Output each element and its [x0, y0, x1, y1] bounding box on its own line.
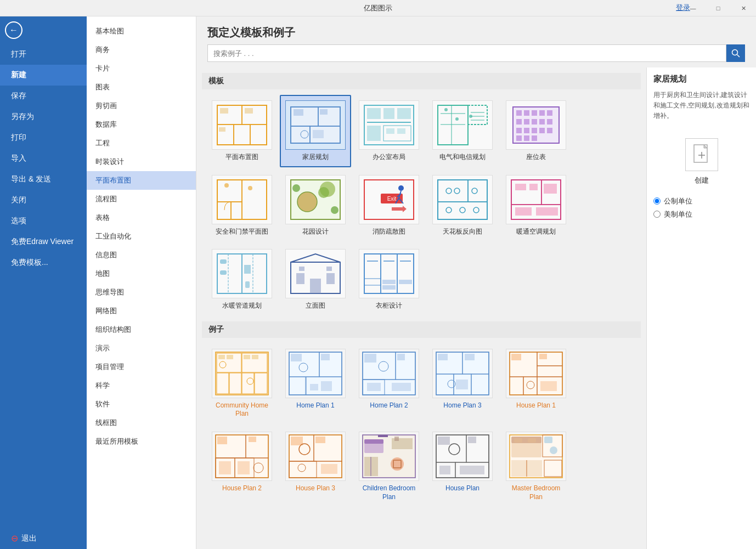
nav-item-chart[interactable]: 图表 — [87, 78, 196, 97]
nav-item-business[interactable]: 商务 — [87, 41, 196, 59]
svg-rect-57 — [524, 135, 529, 141]
sidebar-item-close[interactable]: 关闭 — [0, 190, 87, 211]
template-thumb-fire: Exit — [359, 175, 419, 224]
content-scroll[interactable]: 模板 — [196, 67, 646, 549]
svg-rect-105 — [220, 259, 227, 264]
nav-item-software[interactable]: 软件 — [87, 395, 196, 414]
template-hvac[interactable]: 暖通空调规划 — [500, 169, 572, 242]
example-house-plan-1[interactable]: House Plan 1 — [500, 343, 572, 424]
svg-point-65 — [248, 186, 252, 190]
sidebar-item-options[interactable]: 选项 — [0, 211, 87, 231]
example-home-plan-1[interactable]: Home Plan 1 — [280, 343, 351, 424]
svg-rect-160 — [392, 383, 411, 391]
unit-metric-radio[interactable] — [653, 197, 661, 205]
svg-rect-92 — [511, 180, 541, 205]
sidebar-item-print[interactable]: 打印 — [0, 127, 87, 148]
svg-rect-23 — [397, 108, 411, 119]
example-house-plan[interactable]: House Plan — [427, 426, 498, 507]
example-home-plan-2[interactable]: Home Plan 2 — [353, 343, 425, 424]
svg-rect-61 — [242, 180, 267, 219]
unit-metric[interactable]: 公制单位 — [653, 196, 749, 206]
svg-rect-146 — [291, 354, 302, 361]
search-button[interactable] — [726, 44, 745, 62]
svg-rect-178 — [511, 354, 521, 360]
sidebar-item-free-templates[interactable]: 免费模板... — [0, 252, 87, 273]
sidebar-item-export[interactable]: 导出 & 发送 — [0, 169, 87, 190]
nav-item-flowchart[interactable]: 流程图 — [87, 190, 196, 208]
example-label-community-home: Community Home Plan — [212, 401, 272, 418]
nav-item-recent[interactable]: 最近所用模板 — [87, 432, 196, 451]
template-security[interactable]: 安全和门禁平面图 — [206, 169, 278, 242]
example-house-plan-3[interactable]: House Plan 3 — [280, 426, 351, 507]
exit-label: 退出 — [21, 534, 37, 544]
unit-imperial[interactable]: 美制单位 — [653, 210, 749, 219]
nav-item-floor-plan[interactable]: 平面布置图 — [87, 171, 196, 190]
nav-item-clipart[interactable]: 剪切画 — [87, 97, 196, 115]
sidebar-item-open[interactable]: 打开 — [0, 44, 87, 65]
template-thumb-elevation — [285, 249, 346, 298]
template-plumbing[interactable]: 水暖管道规划 — [206, 244, 278, 316]
nav-item-presentation[interactable]: 演示 — [87, 339, 196, 358]
nav-item-basic-drawing[interactable]: 基本绘图 — [87, 22, 196, 41]
sidebar-item-saveas[interactable]: 另存为 — [0, 106, 87, 127]
template-thumb-office — [359, 100, 419, 150]
template-home-plan[interactable]: 家居规划 — [280, 95, 351, 167]
nav-item-table[interactable]: 表格 — [87, 208, 196, 227]
sidebar-exit[interactable]: ⊖ 退出 — [0, 528, 87, 549]
sidebar-item-new[interactable]: 新建 — [0, 65, 87, 86]
template-ceiling[interactable]: 天花板反向图 — [427, 169, 498, 242]
sidebar-item-viewer[interactable]: 免费Edraw Viewer — [0, 231, 87, 252]
house-plan-1-svg — [509, 351, 563, 396]
svg-rect-227 — [528, 438, 536, 443]
sidebar-item-save[interactable]: 保存 — [0, 86, 87, 106]
house-plan-svg — [435, 434, 490, 479]
svg-rect-98 — [515, 207, 532, 216]
close-button[interactable]: ✕ — [731, 0, 756, 16]
nav-item-science[interactable]: 科学 — [87, 376, 196, 395]
nav-item-project[interactable]: 项目管理 — [87, 358, 196, 376]
nav-item-industrial[interactable]: 工业自动化 — [87, 227, 196, 246]
sidebar-item-import[interactable]: 导入 — [0, 148, 87, 169]
nav-item-engineering[interactable]: 工程 — [87, 134, 196, 152]
create-button[interactable] — [685, 138, 718, 171]
nav-item-infographic[interactable]: 信息图 — [87, 246, 196, 264]
nav-item-fashion[interactable]: 时装设计 — [87, 152, 196, 171]
nav-item-database[interactable]: 数据库 — [87, 115, 196, 134]
unit-imperial-radio[interactable] — [653, 211, 661, 218]
svg-point-230 — [550, 446, 557, 454]
svg-rect-206 — [364, 439, 383, 444]
template-seating[interactable]: 座位表 — [500, 95, 572, 167]
template-elevation[interactable]: 立面图 — [280, 244, 351, 316]
nav-item-wireframe[interactable]: 线框图 — [87, 414, 196, 432]
template-garden[interactable]: 花园设计 — [280, 169, 351, 242]
template-electrical[interactable]: 电气和电信规划 — [427, 95, 498, 167]
template-floor-plan[interactable]: 平面布置图 — [206, 95, 278, 167]
template-fire[interactable]: Exit — [353, 169, 425, 242]
example-thumb-children-bedroom — [359, 432, 419, 481]
svg-rect-136 — [227, 355, 233, 359]
example-label-home-plan-2: Home Plan 2 — [370, 401, 408, 410]
template-thumb-hvac — [506, 175, 566, 224]
svg-rect-22 — [383, 108, 394, 119]
example-master-bedroom[interactable]: Master Bedroom Plan — [500, 426, 572, 507]
nav-item-org[interactable]: 组织结构图 — [87, 320, 196, 339]
example-children-bedroom[interactable]: Children Bedroom Plan — [353, 426, 425, 507]
nav-item-network[interactable]: 网络图 — [87, 302, 196, 320]
content-area: 模板 — [196, 67, 756, 549]
nav-item-map[interactable]: 地图 — [87, 264, 196, 283]
template-office[interactable]: 办公室布局 — [353, 95, 425, 167]
template-label-ceiling: 天花板反向图 — [443, 228, 482, 236]
svg-point-69 — [318, 187, 329, 198]
template-wardrobe[interactable]: 衣柜设计 — [353, 244, 425, 316]
svg-rect-157 — [397, 354, 405, 360]
example-community-home[interactable]: Community Home Plan — [206, 343, 278, 424]
example-home-plan-3[interactable]: Home Plan 3 — [427, 343, 498, 424]
example-house-plan-2[interactable]: House Plan 2 — [206, 426, 278, 507]
search-input[interactable] — [207, 44, 726, 62]
minimize-button[interactable]: — — [680, 0, 706, 16]
example-thumb-home-plan-1 — [285, 349, 346, 398]
nav-item-card[interactable]: 卡片 — [87, 59, 196, 78]
back-button[interactable]: ← — [0, 16, 27, 44]
nav-item-mindmap[interactable]: 思维导图 — [87, 283, 196, 302]
maximize-button[interactable]: □ — [706, 0, 731, 16]
